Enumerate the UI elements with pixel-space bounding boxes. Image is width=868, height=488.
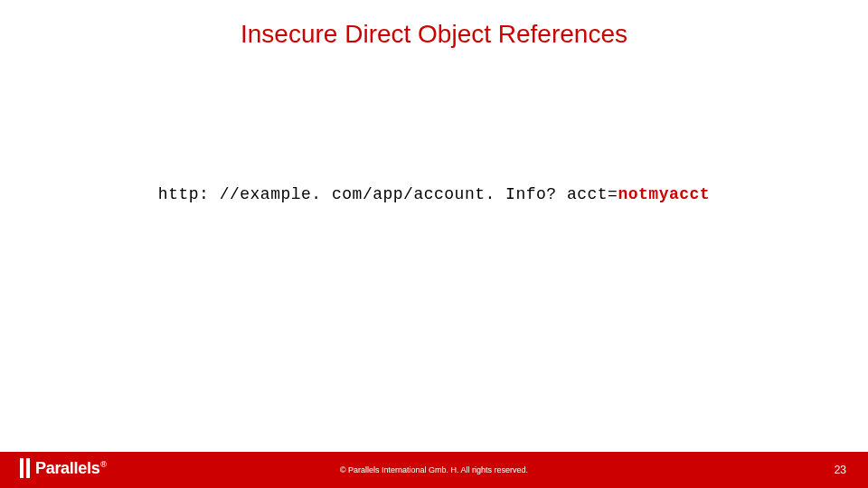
- slide: Insecure Direct Object References http: …: [0, 0, 868, 488]
- url-prefix: http: //example. com/app/account. Info? …: [158, 185, 618, 203]
- url-highlight: notmyacct: [618, 185, 710, 203]
- slide-body: http: //example. com/app/account. Info? …: [0, 185, 868, 203]
- footer-bar: Parallels® © Parallels International Gmb…: [0, 452, 868, 488]
- copyright-text: © Parallels International Gmb. H. All ri…: [340, 465, 528, 474]
- page-number: 23: [835, 464, 846, 476]
- logo: Parallels®: [20, 458, 107, 478]
- slide-title: Insecure Direct Object References: [0, 20, 868, 49]
- logo-text: Parallels®: [35, 459, 107, 478]
- logo-bars-icon: [20, 458, 30, 478]
- url-example: http: //example. com/app/account. Info? …: [158, 185, 710, 203]
- registered-icon: ®: [100, 460, 106, 469]
